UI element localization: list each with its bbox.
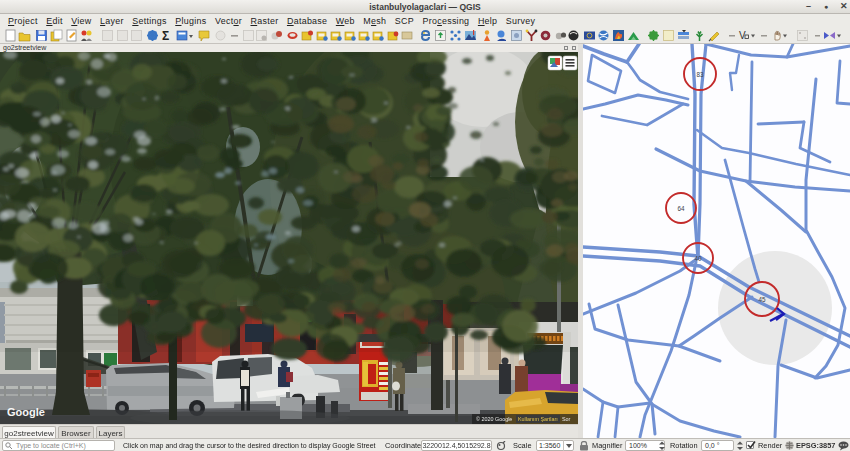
- svg-text:64: 64: [677, 205, 685, 212]
- svg-text:© 2020 Google: © 2020 Google: [476, 416, 512, 422]
- svg-text:40: 40: [694, 255, 702, 262]
- svg-text:45: 45: [758, 296, 766, 303]
- svg-text:Sor: Sor: [562, 416, 571, 422]
- svg-text:83: 83: [696, 71, 704, 78]
- svg-text:Google: Google: [7, 406, 45, 418]
- svg-text:Kullanım Şartları: Kullanım Şartları: [518, 416, 558, 422]
- svg-text:Σ: Σ: [162, 29, 169, 43]
